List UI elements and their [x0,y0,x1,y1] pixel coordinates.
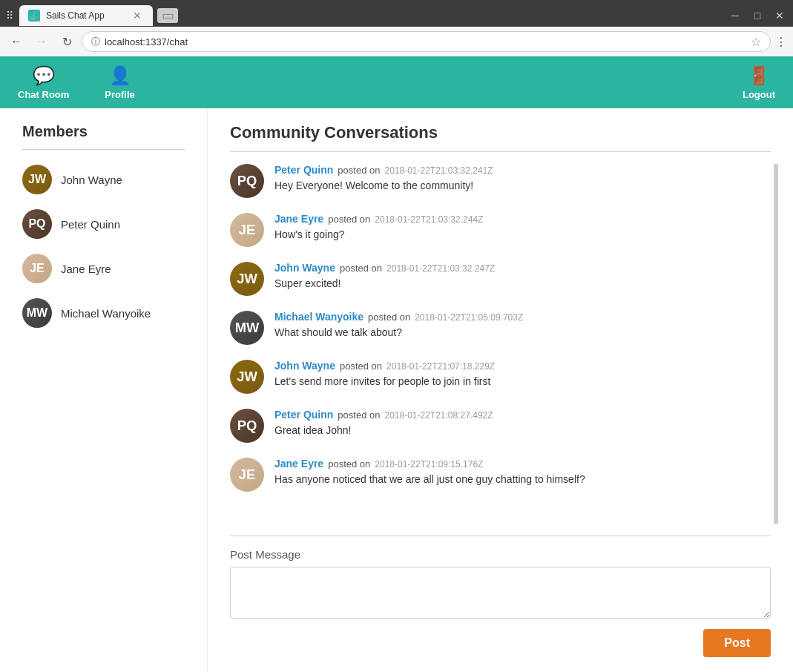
back-button[interactable]: ← [6,31,27,52]
message-item: JWJohn Wayneposted on2018-01-22T21:07:18… [230,360,766,394]
minimize-button[interactable]: ─ [725,8,746,23]
logout-icon: 🚪 [748,65,770,86]
msg-author[interactable]: John Wayne [274,262,335,274]
member-item[interactable]: MWMichael Wanyoike [22,298,185,328]
msg-posted-label: posted on [328,458,370,470]
tab-title: Sails Chat App [46,10,125,21]
address-bar[interactable]: ⓘ localhost:1337/chat ☆ [82,31,771,52]
msg-text: How's it going? [274,228,766,243]
msg-header: Jane Eyreposted on2018-01-22T21:09:15.17… [274,458,766,470]
post-message-input[interactable] [230,567,771,619]
app-wrapper: 💬 Chat Room 👤 Profile 🚪 Logout Members J… [0,56,793,672]
chat-area: Community Conversations PQPeter Quinnpos… [208,108,793,672]
chat-room-icon: 💬 [33,65,55,86]
maximize-button[interactable]: □ [747,8,768,23]
message-item: PQPeter Quinnposted on2018-01-22T21:03:3… [230,164,766,198]
msg-header: John Wayneposted on2018-01-22T21:03:32.2… [274,262,766,274]
browser-chrome: ⠿ ⚓ Sails Chat App ✕ ▭ ─ □ ✕ ← → ↻ ⓘ loc… [0,0,793,56]
msg-header: Jane Eyreposted on2018-01-22T21:03:32.24… [274,213,766,225]
msg-author[interactable]: Jane Eyre [274,458,323,470]
msg-body: John Wayneposted on2018-01-22T21:03:32.2… [274,262,766,291]
more-options-icon[interactable]: ⋮ [775,35,787,49]
secure-icon: ⓘ [91,36,100,48]
member-name: John Wayne [61,174,122,186]
msg-header: Peter Quinnposted on2018-01-22T21:08:27.… [274,409,766,421]
member-item[interactable]: JEJane Eyre [22,254,185,283]
msg-posted-label: posted on [368,312,410,323]
msg-body: Jane Eyreposted on2018-01-22T21:03:32.24… [274,213,766,243]
msg-author[interactable]: John Wayne [274,360,335,372]
msg-timestamp: 2018-01-22T21:08:27.492Z [384,410,493,421]
post-actions: Post [230,629,771,657]
member-name: Jane Eyre [61,263,111,275]
msg-body: Jane Eyreposted on2018-01-22T21:09:15.17… [274,458,766,487]
message-item: JEJane Eyreposted on2018-01-22T21:03:32.… [230,213,766,247]
msg-posted-label: posted on [340,263,382,274]
chat-room-nav-item[interactable]: 💬 Chat Room [0,58,87,108]
messages-container: PQPeter Quinnposted on2018-01-22T21:03:3… [230,164,778,524]
msg-posted-label: posted on [328,214,370,225]
bookmark-icon[interactable]: ☆ [751,35,761,49]
msg-posted-label: posted on [338,409,380,421]
message-item: MWMichael Wanyoikeposted on2018-01-22T21… [230,311,766,345]
nav-bar: ← → ↻ ⓘ localhost:1337/chat ☆ ⋮ [0,27,793,56]
chat-divider [230,151,771,152]
members-list: JWJohn WaynePQPeter QuinnJEJane EyreMWMi… [22,165,185,328]
member-avatar: JE [22,254,52,283]
msg-text: Let's send more invites for people to jo… [274,375,766,389]
msg-avatar: PQ [230,409,264,443]
tab-list-icon[interactable]: ⠿ [6,10,13,22]
msg-body: Peter Quinnposted on2018-01-22T21:08:27.… [274,409,766,438]
msg-timestamp: 2018-01-22T21:05:09.703Z [415,312,523,323]
msg-avatar: MW [230,311,264,345]
tab-favicon: ⚓ [28,10,40,22]
member-name: Peter Quinn [61,218,120,231]
msg-avatar: PQ [230,164,264,198]
members-title: Members [22,123,185,140]
main-content: Members JWJohn WaynePQPeter QuinnJEJane … [0,108,793,672]
tab-controls-left: ⠿ [0,10,19,22]
app-navbar: 💬 Chat Room 👤 Profile 🚪 Logout [0,56,793,108]
msg-body: John Wayneposted on2018-01-22T21:07:18.2… [274,360,766,389]
msg-text: Super excited! [274,277,766,291]
message-item: PQPeter Quinnposted on2018-01-22T21:08:2… [230,409,766,443]
msg-text: Hey Everyone! Welcome to the community! [274,179,766,194]
member-name: Michael Wanyoike [61,307,151,320]
msg-avatar: JW [230,360,264,394]
post-button[interactable]: Post [703,629,771,657]
member-item[interactable]: JWJohn Wayne [22,165,185,194]
chat-room-label: Chat Room [18,89,69,100]
msg-author[interactable]: Jane Eyre [274,213,323,225]
forward-button[interactable]: → [31,31,52,52]
profile-label: Profile [105,89,134,100]
close-button[interactable]: ✕ [769,8,790,23]
msg-timestamp: 2018-01-22T21:03:32.241Z [384,165,493,176]
msg-header: Peter Quinnposted on2018-01-22T21:03:32.… [274,164,766,176]
msg-author[interactable]: Peter Quinn [274,164,333,176]
sidebar: Members JWJohn WaynePQPeter QuinnJEJane … [0,108,208,672]
msg-timestamp: 2018-01-22T21:03:32.247Z [386,263,495,274]
msg-text: Great idea John! [274,424,766,438]
nav-items: 💬 Chat Room 👤 Profile [0,58,153,108]
post-label: Post Message [230,548,771,561]
message-item: JEJane Eyreposted on2018-01-22T21:09:15.… [230,458,766,492]
bottom-divider [230,536,771,536]
tab-close-button[interactable]: ✕ [131,9,144,22]
msg-author[interactable]: Peter Quinn [274,409,333,421]
msg-author[interactable]: Michael Wanyoike [274,311,363,323]
chat-title: Community Conversations [230,123,771,142]
member-item[interactable]: PQPeter Quinn [22,209,185,239]
msg-avatar: JE [230,458,264,492]
profile-icon: 👤 [109,65,131,86]
reload-button[interactable]: ↻ [56,31,77,52]
msg-body: Peter Quinnposted on2018-01-22T21:03:32.… [274,164,766,194]
active-tab[interactable]: ⚓ Sails Chat App ✕ [19,5,153,26]
logout-button[interactable]: 🚪 Logout [725,58,793,108]
msg-header: John Wayneposted on2018-01-22T21:07:18.2… [274,360,766,372]
message-item: JWJohn Wayneposted on2018-01-22T21:03:32… [230,262,766,296]
msg-avatar: JE [230,213,264,247]
member-avatar: PQ [22,209,52,239]
profile-nav-item[interactable]: 👤 Profile [87,58,152,108]
msg-avatar: JW [230,262,264,296]
new-tab-button[interactable]: ▭ [157,8,178,23]
